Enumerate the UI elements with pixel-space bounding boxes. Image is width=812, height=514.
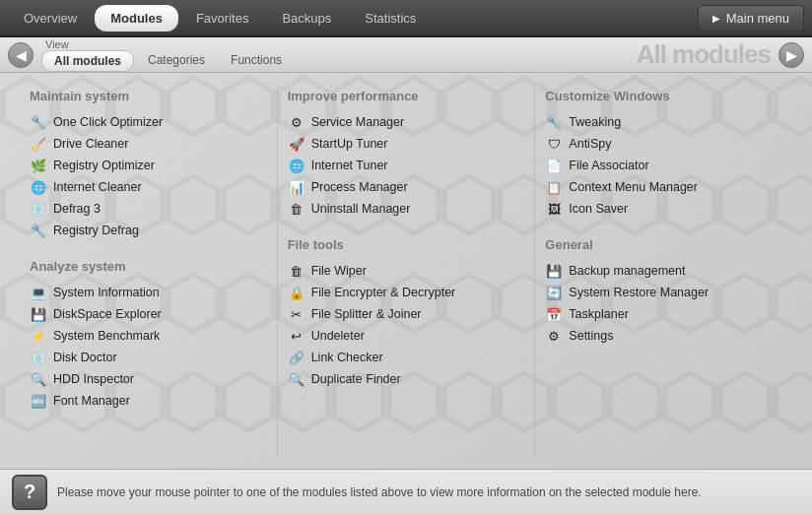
list-item[interactable]: 🧹 Drive Cleaner — [30, 133, 267, 155]
tab-modules[interactable]: Modules — [95, 5, 178, 32]
list-item[interactable]: 🔧 One Click Optimizer — [30, 111, 267, 133]
list-item[interactable]: ✂ File Splitter & Joiner — [288, 303, 525, 325]
icon-saver-icon: 🖼 — [545, 200, 563, 218]
file-wiper-icon: 🗑 — [288, 262, 305, 280]
file-splitter-icon: ✂ — [288, 305, 305, 323]
duplicate-finder-icon: 🔍 — [288, 370, 305, 388]
module-label: Backup management — [569, 264, 685, 278]
tab-backups[interactable]: Backups — [266, 5, 347, 32]
module-label: Internet Cleaner — [53, 180, 142, 194]
column-1: Maintain system 🔧 One Click Optimizer 🧹 … — [20, 85, 277, 457]
module-label: Tweaking — [569, 115, 621, 129]
module-label: Disk Doctor — [53, 351, 117, 364]
tab-statistics[interactable]: Statistics — [349, 5, 432, 32]
back-button[interactable]: ◀ — [8, 42, 34, 68]
section-title-general: General — [545, 237, 782, 252]
module-label: AntiSpy — [569, 137, 611, 151]
module-label: System Restore Manager — [569, 286, 709, 299]
module-label: Registry Defrag — [53, 224, 139, 237]
module-label: Undeleter — [311, 329, 365, 343]
module-label: Defrag 3 — [53, 202, 101, 216]
list-item[interactable]: 🌐 Internet Cleaner — [30, 176, 267, 198]
sub-tab-functions[interactable]: Functions — [219, 50, 294, 72]
list-item[interactable]: 🗑 Uninstall Manager — [288, 198, 525, 220]
module-label: File Wiper — [311, 264, 367, 278]
tab-favorites[interactable]: Favorites — [180, 5, 264, 32]
file-associator-icon: 📄 — [545, 157, 563, 174]
module-label: Drive Cleaner — [53, 137, 128, 151]
list-item[interactable]: 🔧 Tweaking — [545, 111, 782, 133]
drive-cleaner-icon: 🧹 — [30, 135, 47, 153]
file-encrypter-icon: 🔒 — [288, 284, 305, 301]
sub-tab-categories[interactable]: Categories — [136, 50, 217, 72]
list-item[interactable]: ↩ Undeleter — [288, 325, 525, 347]
defrag-icon: 💿 — [30, 200, 47, 218]
module-label: File Encrypter & Decrypter — [311, 286, 456, 299]
section-title-maintain: Maintain system — [30, 89, 267, 103]
list-item[interactable]: 📋 Context Menu Manager — [545, 176, 782, 198]
section-title-customize: Customize Windows — [545, 89, 782, 103]
list-item[interactable]: 🗑 File Wiper — [288, 260, 525, 282]
help-icon[interactable]: ? — [12, 475, 47, 510]
backup-management-icon: 💾 — [545, 262, 563, 280]
module-label: Duplicate Finder — [311, 372, 401, 386]
list-item[interactable]: 🔤 Font Manager — [30, 390, 267, 412]
list-item[interactable]: 💻 System Information — [30, 282, 267, 303]
settings-icon: ⚙ — [545, 327, 563, 345]
view-label: View — [45, 38, 69, 50]
tab-overview[interactable]: Overview — [8, 5, 93, 32]
list-item[interactable]: 💾 Backup management — [545, 260, 782, 282]
list-item[interactable]: 📅 Taskplaner — [545, 303, 782, 325]
section-title-improve: Improve performance — [288, 89, 525, 103]
registry-defrag-icon: 🔧 — [30, 222, 47, 239]
list-item[interactable]: ⚙ Service Manager — [288, 111, 525, 133]
column-2: Improve performance ⚙ Service Manager 🚀 … — [277, 85, 535, 457]
section-title-analyze: Analyze system — [30, 259, 267, 274]
list-item[interactable]: 🔍 Duplicate Finder — [288, 368, 525, 390]
sub-tab-all-modules[interactable]: All modules — [41, 50, 134, 72]
page-title: All modules — [637, 39, 771, 70]
list-item[interactable]: 🖼 Icon Saver — [545, 198, 782, 220]
font-manager-icon: 🔤 — [30, 392, 47, 410]
hdd-inspector-icon: 🔍 — [30, 370, 47, 388]
system-information-icon: 💻 — [30, 284, 47, 301]
module-label: Internet Tuner — [311, 159, 388, 172]
sub-navigation: ◀ View All modules Categories Functions … — [0, 37, 812, 73]
list-item[interactable]: 🌐 Internet Tuner — [288, 155, 525, 176]
diskspace-explorer-icon: 💾 — [30, 305, 47, 323]
list-item[interactable]: 💿 Defrag 3 — [30, 198, 267, 220]
list-item[interactable]: 🚀 StartUp Tuner — [288, 133, 525, 155]
module-label: System Benchmark — [53, 329, 160, 343]
module-label: Link Checker — [311, 351, 383, 364]
list-item[interactable]: 💾 DiskSpace Explorer — [30, 303, 267, 325]
list-item[interactable]: 🔄 System Restore Manager — [545, 282, 782, 303]
module-label: Uninstall Manager — [311, 202, 411, 216]
list-item[interactable]: 💿 Disk Doctor — [30, 347, 267, 368]
main-menu-button[interactable]: Main menu — [698, 5, 804, 32]
list-item[interactable]: 🔒 File Encrypter & Decrypter — [288, 282, 525, 303]
module-label: StartUp Tuner — [311, 137, 388, 151]
list-item[interactable]: 📊 Process Manager — [288, 176, 525, 198]
module-columns: Maintain system 🔧 One Click Optimizer 🧹 … — [20, 85, 792, 457]
list-item[interactable]: ⚡ System Benchmark — [30, 325, 267, 347]
top-navigation: Overview Modules Favorites Backups Stati… — [0, 0, 812, 37]
module-label: Icon Saver — [569, 202, 628, 216]
antispy-icon: 🛡 — [545, 135, 563, 153]
link-checker-icon: 🔗 — [288, 349, 305, 366]
sub-nav-tabs: All modules Categories Functions — [41, 50, 294, 72]
process-manager-icon: 📊 — [288, 178, 305, 196]
module-label: File Associator — [569, 159, 648, 172]
list-item[interactable]: ⚙ Settings — [545, 325, 782, 347]
taskplaner-icon: 📅 — [545, 305, 563, 323]
list-item[interactable]: 🔗 Link Checker — [288, 347, 525, 368]
tweaking-icon: 🔧 — [545, 113, 563, 131]
uninstall-manager-icon: 🗑 — [288, 200, 305, 218]
module-label: One Click Optimizer — [53, 115, 163, 129]
list-item[interactable]: 🌿 Registry Optimizer — [30, 155, 267, 176]
forward-button[interactable]: ▶ — [778, 42, 804, 68]
module-label: Taskplaner — [569, 307, 628, 321]
list-item[interactable]: 🔍 HDD Inspector — [30, 368, 267, 390]
list-item[interactable]: 🔧 Registry Defrag — [30, 220, 267, 241]
list-item[interactable]: 🛡 AntiSpy — [545, 133, 782, 155]
list-item[interactable]: 📄 File Associator — [545, 155, 782, 176]
